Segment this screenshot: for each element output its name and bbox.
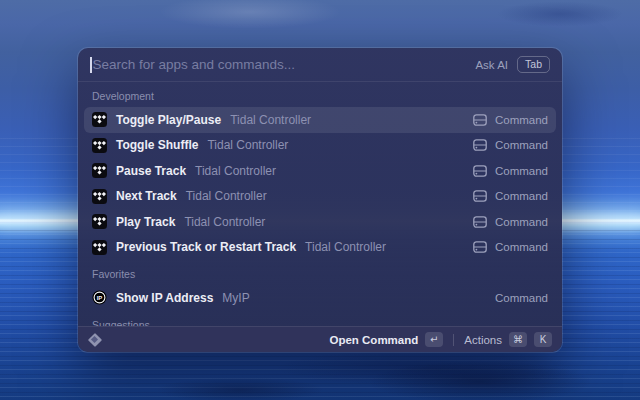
item-subtitle: Tidal Controller xyxy=(207,138,288,152)
list-item[interactable]: Pause Track Tidal Controller Command xyxy=(84,158,556,184)
item-type-label: Command xyxy=(495,139,548,151)
item-type-label: Command xyxy=(495,114,548,126)
search-bar: Ask AI Tab xyxy=(78,48,562,81)
item-title: Previous Track or Restart Track xyxy=(116,240,296,254)
tidal-icon xyxy=(92,163,107,178)
item-subtitle: Tidal Controller xyxy=(230,113,311,127)
footer-bar: Open Command ↵ Actions ⌘ K xyxy=(78,326,562,352)
item-title: Pause Track xyxy=(116,164,186,178)
tidal-icon xyxy=(92,189,107,204)
item-title: Next Track xyxy=(116,189,177,203)
svg-text:IP: IP xyxy=(97,295,103,301)
command-type-icon xyxy=(473,241,487,253)
list-item[interactable]: Toggle Shuffle Tidal Controller Command xyxy=(84,133,556,159)
tidal-icon xyxy=(92,214,107,229)
list-item[interactable]: IP Show IP Address MyIP Command xyxy=(84,285,556,311)
section-header-favorites: Favorites xyxy=(84,260,556,285)
launcher-window: Ask AI Tab Development Toggle Play/Pause… xyxy=(78,48,562,352)
item-type-label: Command xyxy=(495,241,548,253)
list-item[interactable]: Next Track Tidal Controller Command xyxy=(84,184,556,210)
open-command-action[interactable]: Open Command xyxy=(329,334,418,346)
item-subtitle: Tidal Controller xyxy=(186,189,267,203)
enter-key-badge: ↵ xyxy=(425,332,443,347)
item-subtitle: Tidal Controller xyxy=(184,215,265,229)
results-list: Development Toggle Play/Pause Tidal Cont… xyxy=(78,82,562,336)
item-title: Toggle Play/Pause xyxy=(116,113,221,127)
footer-divider xyxy=(453,334,454,346)
list-item[interactable]: Play Track Tidal Controller Command xyxy=(84,209,556,235)
search-input[interactable] xyxy=(92,57,468,72)
actions-button[interactable]: Actions xyxy=(464,334,502,346)
item-type-label: Command xyxy=(495,190,548,202)
section-header-development: Development xyxy=(84,82,556,107)
raycast-logo-icon xyxy=(88,333,101,346)
list-item[interactable]: Toggle Play/Pause Tidal Controller Comma… xyxy=(84,107,556,133)
command-type-icon xyxy=(473,165,487,177)
item-title: Toggle Shuffle xyxy=(116,138,198,152)
ip-icon: IP xyxy=(92,290,107,305)
item-title: Show IP Address xyxy=(116,291,213,305)
item-subtitle: Tidal Controller xyxy=(195,164,276,178)
item-type-label: Command xyxy=(495,292,548,304)
tidal-icon xyxy=(92,112,107,127)
list-item[interactable]: Previous Track or Restart Track Tidal Co… xyxy=(84,235,556,261)
item-subtitle: MyIP xyxy=(222,291,249,305)
cmd-key-badge: ⌘ xyxy=(509,332,527,347)
item-type-label: Command xyxy=(495,165,548,177)
k-key-badge: K xyxy=(534,332,552,347)
command-type-icon xyxy=(473,216,487,228)
tidal-icon xyxy=(92,240,107,255)
command-type-icon xyxy=(473,139,487,151)
command-type-icon xyxy=(473,114,487,126)
item-type-label: Command xyxy=(495,216,548,228)
ask-ai-label[interactable]: Ask AI xyxy=(475,59,508,71)
item-title: Play Track xyxy=(116,215,175,229)
command-type-icon xyxy=(473,190,487,202)
tab-key-badge: Tab xyxy=(517,56,550,73)
item-subtitle: Tidal Controller xyxy=(305,240,386,254)
tidal-icon xyxy=(92,138,107,153)
